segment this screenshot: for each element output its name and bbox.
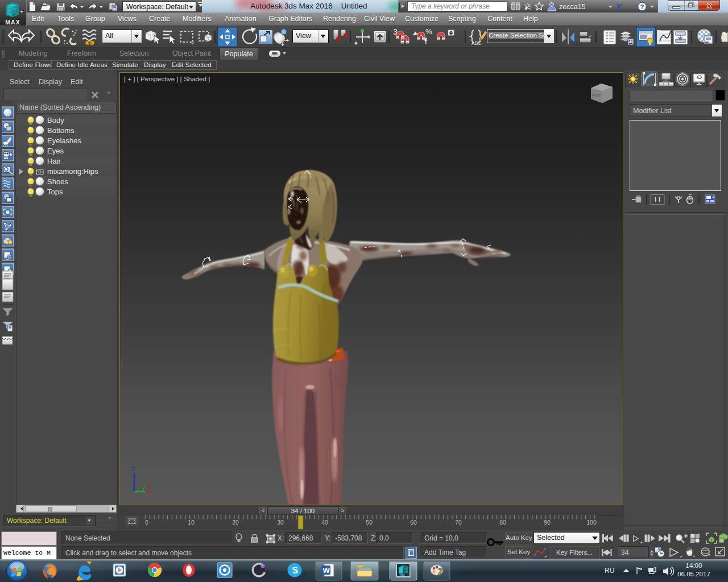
svg-text:%: % [425,27,432,36]
svg-text:y: y [142,484,145,490]
svg-text:90: 90 [544,519,551,526]
svg-text:50: 50 [366,519,373,526]
svg-text:mixamorig:Hips: mixamorig:Hips [47,167,98,176]
svg-text:Eyes: Eyes [47,147,64,155]
svg-text:70: 70 [455,519,462,526]
svg-text:zecca15: zecca15 [559,3,586,11]
svg-text:10: 10 [188,519,195,526]
svg-text:S: S [292,566,299,575]
svg-text:Hair: Hair [47,157,61,165]
svg-text:Tops: Tops [47,188,63,196]
svg-text:ABC: ABC [471,40,481,46]
svg-text:X: X [615,1,623,12]
svg-text:Bottoms: Bottoms [47,126,75,135]
svg-text:60: 60 [410,519,417,526]
svg-text:80: 80 [499,519,506,526]
svg-text:z: z [132,465,135,472]
svg-text:0: 0 [145,519,148,526]
svg-text:max: max [400,573,405,576]
svg-text:x: x [148,484,151,490]
svg-text:Body: Body [47,116,64,124]
svg-text:30: 30 [277,519,284,526]
svg-text:?: ? [640,3,644,10]
svg-text:W: W [323,566,330,575]
svg-text:20: 20 [232,519,239,526]
svg-text:FRONT: FRONT [592,94,602,97]
svg-text:Shoes: Shoes [47,177,68,186]
svg-text:Eyelashes: Eyelashes [47,136,81,145]
svg-text:40: 40 [321,519,328,526]
svg-text:100: 100 [586,519,597,526]
